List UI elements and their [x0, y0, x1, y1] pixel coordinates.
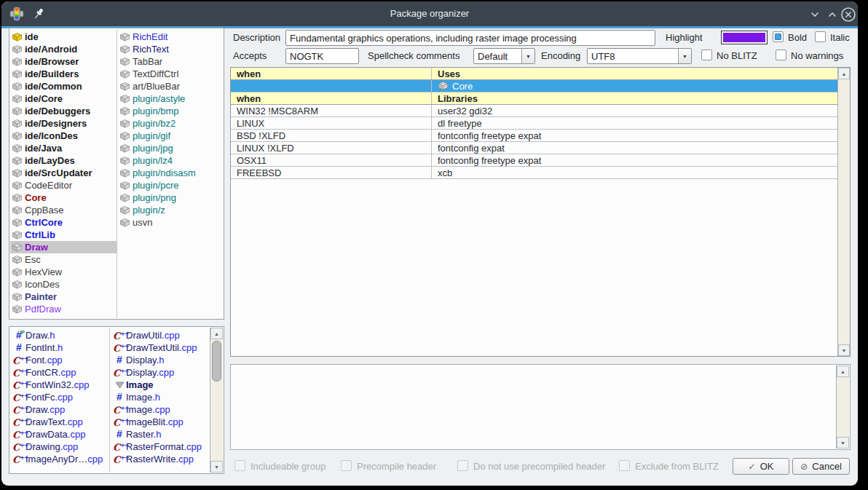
package-item-Draw[interactable]: Draw	[10, 241, 117, 253]
scroll-down-icon[interactable]: ▼	[837, 437, 849, 448]
file-item-Drawingcpp[interactable]: C++Drawing.cpp	[10, 440, 109, 453]
aux-pane-scrollbar[interactable]: ▲ ▼	[836, 365, 849, 448]
file-item-Imageh[interactable]: #Image.h	[111, 391, 210, 403]
file-item-Drawcpp[interactable]: C++Draw.cpp	[10, 403, 109, 416]
package-item-usvn[interactable]: usvn	[118, 216, 224, 229]
file-item-DrawTextcpp[interactable]: C++DrawText.cpp	[10, 416, 109, 428]
package-item-plugin-jpg[interactable]: plugin/jpg	[118, 142, 224, 154]
package-item-ide-Designers[interactable]: ide/Designers	[10, 117, 117, 130]
file-item-ImageBlitcpp[interactable]: C++ImageBlit.cpp	[111, 416, 210, 428]
file-item-RasterFormatcpp[interactable]: C++RasterFormat.cpp	[111, 440, 210, 453]
file-item-Image[interactable]: Image	[111, 379, 210, 391]
description-input[interactable]	[285, 30, 655, 46]
no-blitz-checkbox[interactable]	[701, 50, 712, 60]
library-row-BSDXLFD[interactable]: BSD !XLFDfontconfig freetype expat	[231, 130, 837, 142]
package-organizer-window: Package organizer ide ide/Android	[1, 1, 858, 486]
package-item-ide-IconDes[interactable]: ide/IconDes	[10, 130, 117, 142]
file-item-RasterWritecpp[interactable]: C++RasterWrite.cpp	[111, 453, 210, 465]
library-row-FREEBSD[interactable]: FREEBSDxcb	[231, 167, 837, 179]
dropdown-arrow-icon[interactable]: ▼	[521, 49, 534, 63]
uses-row-core[interactable]: Core	[231, 80, 837, 92]
scroll-up-icon[interactable]: ▲	[837, 365, 849, 377]
package-item-ide-Android[interactable]: ide/Android	[10, 43, 117, 55]
library-row-LINUXXLFD[interactable]: LINUX !XLFDfontconfig expat	[231, 142, 837, 154]
package-item-art-BlueBar[interactable]: art/BlueBar	[118, 80, 224, 92]
package-item-TextDiffCtrl[interactable]: TextDiffCtrl	[118, 68, 224, 80]
package-item-plugin-ndisasm[interactable]: plugin/ndisasm	[118, 167, 224, 179]
option-checkbox-exclude-from-blitz	[619, 460, 630, 471]
spellcheck-dropdown[interactable]: Default ▼	[473, 48, 535, 64]
scrollbar-thumb[interactable]	[212, 341, 221, 382]
package-item-ide-Browser[interactable]: ide/Browser	[10, 55, 117, 68]
scroll-down-icon[interactable]: ▼	[210, 461, 223, 473]
package-item-IconDes[interactable]: IconDes	[10, 278, 117, 291]
file-item-DrawTextUtilcpp[interactable]: C++DrawTextUtil.cpp	[111, 341, 210, 354]
package-item-ide-LayDes[interactable]: ide/LayDes	[10, 154, 117, 167]
file-item-Rasterh[interactable]: #Raster.h	[111, 428, 210, 440]
package-item-plugin-lz4[interactable]: plugin/lz4	[118, 154, 224, 167]
library-row-OSX11[interactable]: OSX11fontconfig freetype expat	[231, 154, 837, 167]
package-item-plugin-z[interactable]: plugin/z	[118, 204, 224, 216]
file-item-FontCRcpp[interactable]: C++FontCR.cpp	[10, 366, 109, 379]
package-item-plugin-png[interactable]: plugin/png	[118, 191, 224, 204]
package-item-ide-Debuggers[interactable]: ide/Debuggers	[10, 105, 117, 117]
file-item-Displayh[interactable]: #Display.h	[111, 354, 210, 366]
package-item-RichText[interactable]: RichText	[118, 43, 224, 55]
file-item-Drawh[interactable]: #PDraw.h	[10, 329, 109, 341]
file-item-ImageAnyDrcpp[interactable]: C++ImageAnyDr…cpp	[10, 453, 109, 465]
file-item-DrawUtilcpp[interactable]: C++DrawUtil.cpp	[111, 329, 210, 341]
maximize-button[interactable]	[824, 7, 840, 22]
scroll-up-icon[interactable]: ▲	[210, 328, 223, 339]
package-item-ide-Builders[interactable]: ide/Builders	[10, 68, 117, 80]
file-item-FontInth[interactable]: #FontInt.h	[10, 341, 109, 354]
file-item-Fontcpp[interactable]: C++Font.cpp	[10, 354, 109, 366]
package-item-ide-Common[interactable]: ide/Common	[10, 80, 117, 92]
package-item-plugin-pcre[interactable]: plugin/pcre	[118, 179, 224, 191]
package-item-plugin-astyle[interactable]: plugin/astyle	[118, 92, 224, 105]
package-item-ide-SrcUpdater[interactable]: ide/SrcUpdater	[10, 167, 117, 179]
accepts-input[interactable]	[285, 48, 359, 64]
ok-button[interactable]: ✓ OK	[733, 458, 789, 475]
file-item-DrawDatacpp[interactable]: C++DrawData.cpp	[10, 428, 109, 440]
package-item-plugin-gif[interactable]: plugin/gif	[118, 130, 224, 142]
file-item-FontWin32cpp[interactable]: C++FontWin32.cpp	[10, 379, 109, 391]
library-row-LINUX[interactable]: LINUXdl freetype	[231, 117, 837, 130]
highlight-color-swatch[interactable]	[721, 31, 768, 44]
library-row-WIN32MSC8ARM[interactable]: WIN32 !MSC8ARMuser32 gdi32	[231, 105, 837, 117]
minimize-button[interactable]	[807, 7, 822, 22]
cancel-button[interactable]: ⊘ Cancel	[792, 458, 850, 475]
package-item-CtrlLib[interactable]: CtrlLib	[10, 229, 117, 241]
file-item-FontFccpp[interactable]: C++FontFc.cpp	[10, 391, 109, 403]
package-item-Core[interactable]: Core	[10, 191, 117, 204]
package-item-HexView[interactable]: HexView	[10, 266, 117, 278]
package-item-ide-Core[interactable]: ide/Core	[10, 92, 117, 105]
no-warnings-checkbox[interactable]	[776, 50, 786, 60]
close-button[interactable]	[840, 6, 856, 23]
package-file-splitter[interactable]	[9, 320, 224, 326]
package-item-plugin-bmp[interactable]: plugin/bmp	[118, 105, 224, 117]
encoding-dropdown[interactable]: UTF8 ▼	[587, 48, 692, 64]
italic-checkbox[interactable]	[815, 31, 826, 42]
package-item-TabBar[interactable]: TabBar	[118, 55, 224, 68]
scroll-down-icon[interactable]: ▼	[838, 344, 850, 356]
package-item-plugin-bz2[interactable]: plugin/bz2	[118, 117, 224, 130]
package-item-CodeEditor[interactable]: CodeEditor	[10, 179, 117, 191]
package-item-ide[interactable]: ide	[10, 31, 117, 43]
package-item-Esc[interactable]: Esc	[10, 253, 117, 266]
package-item-RichEdit[interactable]: RichEdit	[118, 31, 224, 43]
when-cell: FREEBSD	[237, 167, 281, 178]
file-item-Imagecpp[interactable]: C++Image.cpp	[111, 403, 210, 416]
uses-table-scrollbar[interactable]: ▲ ▼	[837, 68, 850, 356]
dropdown-arrow-icon[interactable]: ▼	[678, 49, 691, 63]
package-label: ide/Android	[25, 44, 77, 55]
file-list-scrollbar[interactable]: ▲ ▼	[210, 328, 223, 473]
file-item-Displaycpp[interactable]: C++Display.cpp	[111, 366, 210, 379]
package-item-ide-Java[interactable]: ide/Java	[10, 142, 117, 154]
package-item-Painter[interactable]: Painter	[10, 291, 117, 303]
package-item-CppBase[interactable]: CppBase	[10, 204, 117, 216]
package-item-PdfDraw[interactable]: PdfDraw	[10, 303, 117, 315]
package-item-CtrlCore[interactable]: CtrlCore	[10, 216, 117, 229]
scroll-up-icon[interactable]: ▲	[838, 68, 850, 79]
titlebar[interactable]: Package organizer	[1, 1, 858, 26]
bold-checkbox[interactable]	[773, 31, 784, 42]
